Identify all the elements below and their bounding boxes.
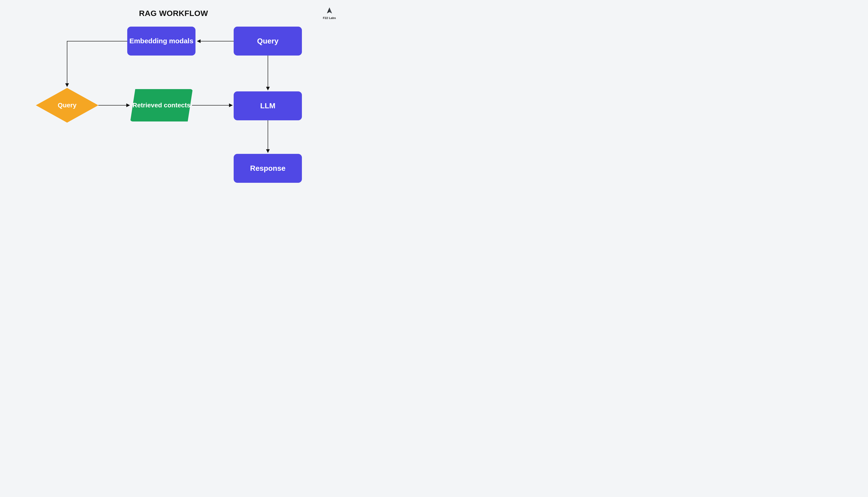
diagram-title: RAG WORKFLOW [0,9,347,18]
node-label: Embedding modals [129,37,193,45]
diagram-canvas: RAG WORKFLOW F22 Labs Embedding modals Q… [0,0,347,199]
node-llm: LLM [234,91,302,120]
brand-logo: F22 Labs [323,8,336,20]
node-query-diamond: Query [36,88,98,123]
node-label: LLM [260,102,276,110]
node-label: Query [58,102,76,109]
svg-marker-1 [330,8,332,13]
node-label: Query [257,37,278,45]
node-label: Response [250,164,286,173]
node-embedding-modals: Embedding modals [127,27,196,56]
node-label: Retrieved contects [133,102,191,109]
arrow-embedding-to-querydiamond [67,41,127,87]
brand-icon [326,8,333,15]
node-retrieved-contexts: Retrieved contects [130,89,193,122]
node-response: Response [234,154,302,183]
brand-label: F22 Labs [323,16,336,20]
node-query-top: Query [234,27,302,56]
